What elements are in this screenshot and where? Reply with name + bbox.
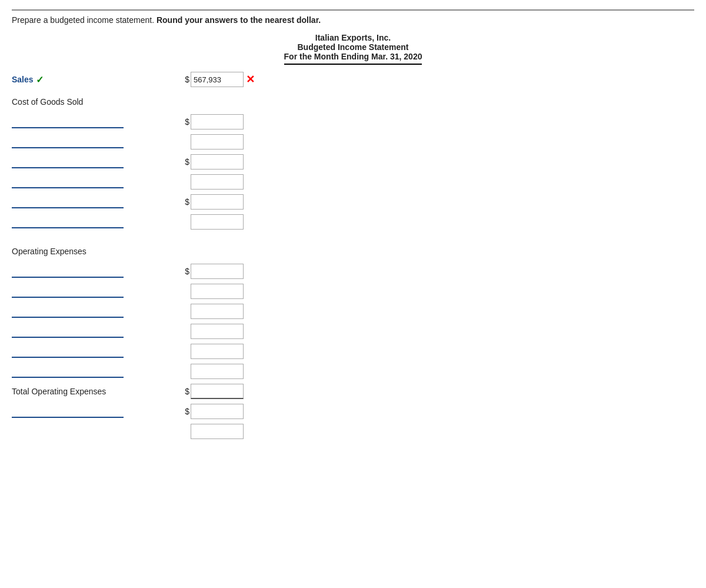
- cogs-row-2-inputs: $: [182, 134, 244, 150]
- sales-input[interactable]: [191, 72, 244, 87]
- opex-row-2: $: [12, 283, 282, 300]
- total-opex-input-group: $: [182, 384, 244, 399]
- cogs-row-3-label: [12, 155, 182, 168]
- opex-label-input-1[interactable]: [12, 265, 124, 278]
- opex-dollar-1: $: [182, 267, 189, 276]
- cogs-row-3: $: [12, 153, 282, 171]
- bottom-label-input-1[interactable]: [12, 405, 124, 418]
- form-area: Sales ✓ $ ✕ Cost of Goods Sold $ $: [12, 71, 282, 440]
- cogs-row-1: $: [12, 113, 282, 131]
- cogs-label-input-3[interactable]: [12, 155, 124, 168]
- cogs-value-input-6[interactable]: [191, 214, 244, 230]
- instruction-bold: Round your answers to the nearest dollar…: [156, 15, 321, 25]
- cogs-label-input-4[interactable]: [12, 175, 124, 188]
- cogs-row-4: $: [12, 173, 282, 191]
- total-opex-label-col: Total Operating Expenses: [12, 387, 182, 396]
- opex-value-input-5[interactable]: [191, 344, 244, 359]
- opex-row-2-label: [12, 285, 182, 298]
- cogs-row-5-inputs: $: [182, 194, 244, 210]
- cogs-row-1-label: [12, 115, 182, 128]
- cogs-value-input-2[interactable]: [191, 134, 244, 150]
- total-opex-row: Total Operating Expenses $: [12, 383, 282, 400]
- sales-label: Sales ✓: [12, 74, 182, 85]
- opex-label-col: Operating Expenses: [12, 247, 182, 256]
- sales-input-group: $ ✕: [182, 72, 255, 87]
- opex-value-input-1[interactable]: [191, 264, 244, 279]
- instruction: Prepare a budgeted income statement. Rou…: [12, 9, 694, 25]
- cogs-row-6-inputs: $: [182, 214, 244, 230]
- opex-row-4: $: [12, 323, 282, 340]
- cogs-dollar-3: $: [182, 157, 189, 167]
- total-opex-dollar: $: [182, 387, 189, 396]
- sales-label-col: Sales ✓: [12, 74, 182, 85]
- sales-text: Sales: [12, 75, 34, 84]
- bottom-row-1-label: [12, 405, 182, 418]
- opex-row-3-label: [12, 305, 182, 318]
- opex-row-3-inputs: $: [182, 304, 244, 319]
- report-header: Italian Exports, Inc. Budgeted Income St…: [12, 33, 694, 65]
- cogs-value-input-1[interactable]: [191, 114, 244, 129]
- opex-value-input-2[interactable]: [191, 284, 244, 299]
- opex-header-row: Operating Expenses: [12, 242, 282, 260]
- cogs-label-input-1[interactable]: [12, 115, 124, 128]
- cogs-label-input-5[interactable]: [12, 195, 124, 208]
- cogs-row-2-label: [12, 135, 182, 148]
- opex-label-input-2[interactable]: [12, 285, 124, 298]
- instruction-text: Prepare a budgeted income statement.: [12, 15, 154, 25]
- cogs-label-input-2[interactable]: [12, 135, 124, 148]
- cogs-row-4-label: [12, 175, 182, 188]
- opex-row-5-label: [12, 345, 182, 358]
- opex-label-input-5[interactable]: [12, 345, 124, 358]
- cogs-row-4-inputs: $: [182, 174, 244, 190]
- sales-clear-icon[interactable]: ✕: [246, 73, 255, 86]
- cogs-value-input-4[interactable]: [191, 174, 244, 190]
- cogs-row-5: $: [12, 193, 282, 211]
- statement-title: Budgeted Income Statement: [12, 42, 694, 52]
- opex-row-1-label: [12, 265, 182, 278]
- cogs-dollar-5: $: [182, 197, 189, 207]
- bottom-row-1-inputs: $: [182, 404, 244, 419]
- opex-label-input-6[interactable]: [12, 365, 124, 378]
- opex-row-3: $: [12, 303, 282, 320]
- total-opex-input[interactable]: [191, 384, 244, 399]
- cogs-row-6-label: [12, 215, 182, 228]
- cogs-row-1-inputs: $: [182, 114, 244, 129]
- opex-row-5-inputs: $: [182, 344, 244, 359]
- opex-label-input-4[interactable]: [12, 325, 124, 338]
- cogs-row-2: $: [12, 133, 282, 151]
- opex-row-6: $: [12, 363, 282, 380]
- opex-row-6-label: [12, 365, 182, 378]
- company-name: Italian Exports, Inc.: [12, 33, 694, 42]
- sales-check-icon: ✓: [36, 74, 44, 85]
- opex-value-input-6[interactable]: [191, 364, 244, 379]
- cogs-label-col: Cost of Goods Sold: [12, 97, 182, 107]
- opex-row-4-label: [12, 325, 182, 338]
- opex-value-input-4[interactable]: [191, 324, 244, 339]
- bottom-value-input-2[interactable]: [191, 424, 244, 439]
- opex-value-input-3[interactable]: [191, 304, 244, 319]
- opex-label: Operating Expenses: [12, 247, 86, 256]
- cogs-value-input-5[interactable]: [191, 194, 244, 210]
- opex-row-1: $: [12, 263, 282, 280]
- cogs-value-input-3[interactable]: [191, 154, 244, 170]
- cogs-label-input-6[interactable]: [12, 215, 124, 228]
- opex-row-1-inputs: $: [182, 264, 244, 279]
- cogs-row-6: $: [12, 213, 282, 231]
- cogs-dollar-1: $: [182, 117, 189, 127]
- bottom-dollar-1: $: [182, 407, 189, 416]
- cogs-label: Cost of Goods Sold: [12, 97, 83, 107]
- sales-dollar-sign: $: [182, 75, 189, 84]
- bottom-row-2-inputs: $: [182, 424, 244, 439]
- report-period: For the Month Ending Mar. 31, 2020: [284, 52, 422, 65]
- bottom-row-2: $: [12, 423, 282, 440]
- cogs-row-5-label: [12, 195, 182, 208]
- opex-label-input-3[interactable]: [12, 305, 124, 318]
- sales-row: Sales ✓ $ ✕: [12, 71, 282, 88]
- opex-row-4-inputs: $: [182, 324, 244, 339]
- cogs-row-3-inputs: $: [182, 154, 244, 170]
- opex-row-2-inputs: $: [182, 284, 244, 299]
- opex-row-5: $: [12, 343, 282, 360]
- cogs-header-row: Cost of Goods Sold: [12, 93, 282, 111]
- bottom-value-input-1[interactable]: [191, 404, 244, 419]
- bottom-row-1: $: [12, 403, 282, 420]
